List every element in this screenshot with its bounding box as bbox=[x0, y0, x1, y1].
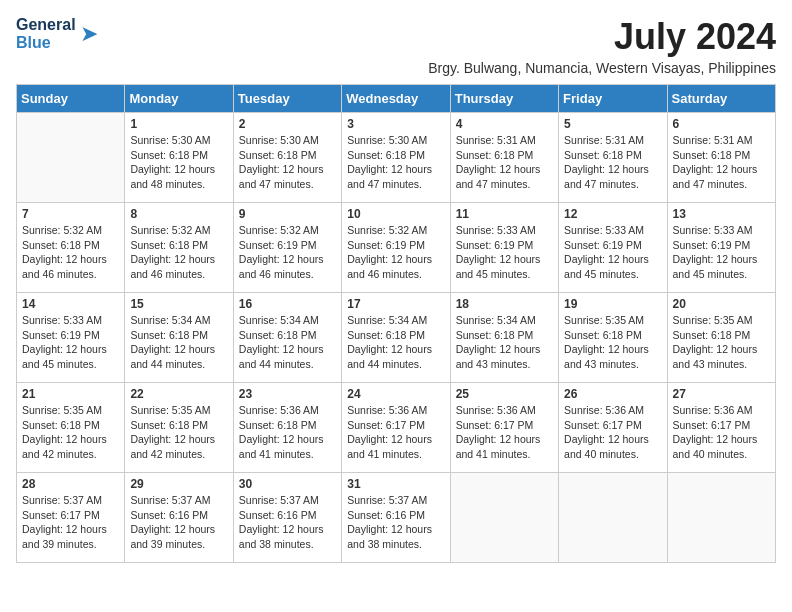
day-number: 14 bbox=[22, 297, 119, 311]
daylight-text: Daylight: 12 hours and 47 minutes. bbox=[564, 163, 649, 190]
sunrise-text: Sunrise: 5:37 AM bbox=[22, 494, 102, 506]
calendar-cell: 16 Sunrise: 5:34 AM Sunset: 6:18 PM Dayl… bbox=[233, 293, 341, 383]
sunset-text: Sunset: 6:17 PM bbox=[673, 419, 751, 431]
calendar-cell: 7 Sunrise: 5:32 AM Sunset: 6:18 PM Dayli… bbox=[17, 203, 125, 293]
cell-info: Sunrise: 5:36 AM Sunset: 6:17 PM Dayligh… bbox=[347, 403, 444, 462]
calendar-cell: 15 Sunrise: 5:34 AM Sunset: 6:18 PM Dayl… bbox=[125, 293, 233, 383]
cell-info: Sunrise: 5:34 AM Sunset: 6:18 PM Dayligh… bbox=[130, 313, 227, 372]
sunrise-text: Sunrise: 5:36 AM bbox=[456, 404, 536, 416]
daylight-text: Daylight: 12 hours and 47 minutes. bbox=[347, 163, 432, 190]
daylight-text: Daylight: 12 hours and 47 minutes. bbox=[456, 163, 541, 190]
cell-info: Sunrise: 5:37 AM Sunset: 6:16 PM Dayligh… bbox=[347, 493, 444, 552]
daylight-text: Daylight: 12 hours and 42 minutes. bbox=[22, 433, 107, 460]
calendar-cell: 3 Sunrise: 5:30 AM Sunset: 6:18 PM Dayli… bbox=[342, 113, 450, 203]
calendar-cell: 31 Sunrise: 5:37 AM Sunset: 6:16 PM Dayl… bbox=[342, 473, 450, 563]
sunset-text: Sunset: 6:19 PM bbox=[456, 239, 534, 251]
day-number: 12 bbox=[564, 207, 661, 221]
day-number: 3 bbox=[347, 117, 444, 131]
calendar-cell: 14 Sunrise: 5:33 AM Sunset: 6:19 PM Dayl… bbox=[17, 293, 125, 383]
calendar-cell: 29 Sunrise: 5:37 AM Sunset: 6:16 PM Dayl… bbox=[125, 473, 233, 563]
daylight-text: Daylight: 12 hours and 41 minutes. bbox=[456, 433, 541, 460]
sunset-text: Sunset: 6:18 PM bbox=[673, 329, 751, 341]
sunrise-text: Sunrise: 5:37 AM bbox=[347, 494, 427, 506]
calendar-cell: 2 Sunrise: 5:30 AM Sunset: 6:18 PM Dayli… bbox=[233, 113, 341, 203]
day-of-week-header: Thursday bbox=[450, 85, 558, 113]
sunset-text: Sunset: 6:18 PM bbox=[130, 329, 208, 341]
calendar-cell: 23 Sunrise: 5:36 AM Sunset: 6:18 PM Dayl… bbox=[233, 383, 341, 473]
sunrise-text: Sunrise: 5:34 AM bbox=[130, 314, 210, 326]
sunset-text: Sunset: 6:18 PM bbox=[456, 149, 534, 161]
day-number: 9 bbox=[239, 207, 336, 221]
day-number: 31 bbox=[347, 477, 444, 491]
sunset-text: Sunset: 6:18 PM bbox=[130, 239, 208, 251]
calendar-cell: 10 Sunrise: 5:32 AM Sunset: 6:19 PM Dayl… bbox=[342, 203, 450, 293]
sunrise-text: Sunrise: 5:36 AM bbox=[564, 404, 644, 416]
day-of-week-header: Monday bbox=[125, 85, 233, 113]
day-number: 4 bbox=[456, 117, 553, 131]
cell-info: Sunrise: 5:37 AM Sunset: 6:17 PM Dayligh… bbox=[22, 493, 119, 552]
calendar-cell bbox=[17, 113, 125, 203]
day-number: 10 bbox=[347, 207, 444, 221]
cell-info: Sunrise: 5:31 AM Sunset: 6:18 PM Dayligh… bbox=[673, 133, 770, 192]
cell-info: Sunrise: 5:34 AM Sunset: 6:18 PM Dayligh… bbox=[239, 313, 336, 372]
calendar-cell: 22 Sunrise: 5:35 AM Sunset: 6:18 PM Dayl… bbox=[125, 383, 233, 473]
daylight-text: Daylight: 12 hours and 44 minutes. bbox=[347, 343, 432, 370]
sunrise-text: Sunrise: 5:30 AM bbox=[130, 134, 210, 146]
sunset-text: Sunset: 6:19 PM bbox=[239, 239, 317, 251]
sunset-text: Sunset: 6:19 PM bbox=[22, 329, 100, 341]
sunrise-text: Sunrise: 5:36 AM bbox=[239, 404, 319, 416]
calendar-week-row: 14 Sunrise: 5:33 AM Sunset: 6:19 PM Dayl… bbox=[17, 293, 776, 383]
calendar-cell bbox=[667, 473, 775, 563]
day-number: 21 bbox=[22, 387, 119, 401]
calendar-cell bbox=[559, 473, 667, 563]
cell-info: Sunrise: 5:35 AM Sunset: 6:18 PM Dayligh… bbox=[673, 313, 770, 372]
calendar-table: SundayMondayTuesdayWednesdayThursdayFrid… bbox=[16, 84, 776, 563]
sunset-text: Sunset: 6:18 PM bbox=[564, 329, 642, 341]
calendar-cell: 21 Sunrise: 5:35 AM Sunset: 6:18 PM Dayl… bbox=[17, 383, 125, 473]
day-number: 16 bbox=[239, 297, 336, 311]
calendar-cell: 17 Sunrise: 5:34 AM Sunset: 6:18 PM Dayl… bbox=[342, 293, 450, 383]
sunrise-text: Sunrise: 5:33 AM bbox=[564, 224, 644, 236]
daylight-text: Daylight: 12 hours and 41 minutes. bbox=[347, 433, 432, 460]
daylight-text: Daylight: 12 hours and 45 minutes. bbox=[564, 253, 649, 280]
daylight-text: Daylight: 12 hours and 40 minutes. bbox=[564, 433, 649, 460]
day-number: 22 bbox=[130, 387, 227, 401]
daylight-text: Daylight: 12 hours and 43 minutes. bbox=[564, 343, 649, 370]
day-number: 19 bbox=[564, 297, 661, 311]
sunset-text: Sunset: 6:18 PM bbox=[564, 149, 642, 161]
sunrise-text: Sunrise: 5:33 AM bbox=[22, 314, 102, 326]
day-number: 5 bbox=[564, 117, 661, 131]
day-number: 18 bbox=[456, 297, 553, 311]
day-number: 1 bbox=[130, 117, 227, 131]
sunset-text: Sunset: 6:19 PM bbox=[347, 239, 425, 251]
logo-line2: Blue bbox=[16, 34, 51, 51]
sunset-text: Sunset: 6:16 PM bbox=[130, 509, 208, 521]
calendar-cell: 28 Sunrise: 5:37 AM Sunset: 6:17 PM Dayl… bbox=[17, 473, 125, 563]
month-year-title: July 2024 bbox=[428, 16, 776, 58]
day-number: 23 bbox=[239, 387, 336, 401]
calendar-cell: 6 Sunrise: 5:31 AM Sunset: 6:18 PM Dayli… bbox=[667, 113, 775, 203]
sunrise-text: Sunrise: 5:36 AM bbox=[347, 404, 427, 416]
sunset-text: Sunset: 6:18 PM bbox=[22, 419, 100, 431]
logo: General Blue ➤ bbox=[16, 16, 98, 51]
calendar-week-row: 1 Sunrise: 5:30 AM Sunset: 6:18 PM Dayli… bbox=[17, 113, 776, 203]
cell-info: Sunrise: 5:37 AM Sunset: 6:16 PM Dayligh… bbox=[130, 493, 227, 552]
sunset-text: Sunset: 6:18 PM bbox=[347, 329, 425, 341]
cell-info: Sunrise: 5:30 AM Sunset: 6:18 PM Dayligh… bbox=[239, 133, 336, 192]
calendar-cell bbox=[450, 473, 558, 563]
day-number: 30 bbox=[239, 477, 336, 491]
calendar-cell: 12 Sunrise: 5:33 AM Sunset: 6:19 PM Dayl… bbox=[559, 203, 667, 293]
calendar-cell: 11 Sunrise: 5:33 AM Sunset: 6:19 PM Dayl… bbox=[450, 203, 558, 293]
logo-bird-icon: ➤ bbox=[80, 21, 98, 47]
sunset-text: Sunset: 6:17 PM bbox=[347, 419, 425, 431]
sunrise-text: Sunrise: 5:35 AM bbox=[22, 404, 102, 416]
calendar-cell: 8 Sunrise: 5:32 AM Sunset: 6:18 PM Dayli… bbox=[125, 203, 233, 293]
cell-info: Sunrise: 5:34 AM Sunset: 6:18 PM Dayligh… bbox=[347, 313, 444, 372]
daylight-text: Daylight: 12 hours and 43 minutes. bbox=[456, 343, 541, 370]
sunset-text: Sunset: 6:17 PM bbox=[564, 419, 642, 431]
calendar-cell: 20 Sunrise: 5:35 AM Sunset: 6:18 PM Dayl… bbox=[667, 293, 775, 383]
day-number: 7 bbox=[22, 207, 119, 221]
sunrise-text: Sunrise: 5:35 AM bbox=[673, 314, 753, 326]
cell-info: Sunrise: 5:35 AM Sunset: 6:18 PM Dayligh… bbox=[564, 313, 661, 372]
daylight-text: Daylight: 12 hours and 47 minutes. bbox=[673, 163, 758, 190]
